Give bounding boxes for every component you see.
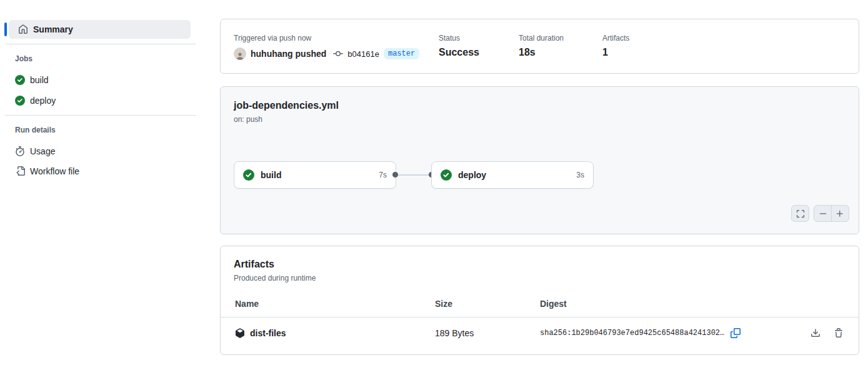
check-circle-icon <box>15 96 25 106</box>
status-value: Success <box>439 47 479 58</box>
active-indicator-bar <box>4 22 7 36</box>
node-duration: 7s <box>379 171 387 179</box>
column-header-size: Size <box>435 299 452 309</box>
workflow-trigger-subtitle: on: push <box>234 115 262 124</box>
avatar[interactable] <box>234 48 246 60</box>
zoom-in-button[interactable] <box>832 206 849 221</box>
actor-and-action[interactable]: huhuhang pushed <box>251 49 326 59</box>
column-header-digest: Digest <box>540 299 567 309</box>
code-file-icon <box>15 166 25 176</box>
branch-badge[interactable]: master <box>384 48 419 59</box>
workflow-graph-card: job-dependencies.yml on: push build 7s d… <box>220 86 859 234</box>
digest-value: sha256:1b29b046793e7ed9425c65488a4241302… <box>540 329 724 338</box>
sidebar-item-usage[interactable]: Usage <box>15 142 55 161</box>
artifacts-count: 1 <box>602 47 608 58</box>
home-icon <box>18 24 28 34</box>
download-icon <box>811 328 821 338</box>
artifacts-label: Artifacts <box>602 34 629 42</box>
zoom-out-icon <box>819 209 827 218</box>
artifacts-title: Artifacts <box>234 259 274 270</box>
artifact-row: dist-files 189 Bytes sha256:1b29b046793e… <box>221 318 859 352</box>
sidebar-item-workflow-file[interactable]: Workflow file <box>15 162 79 181</box>
download-artifact-button[interactable] <box>811 328 821 338</box>
sidebar-divider <box>5 115 196 116</box>
dependency-edge <box>396 174 432 176</box>
artifact-size-cell: 189 Bytes <box>435 328 474 338</box>
commit-sha-link[interactable]: b04161e <box>347 49 379 59</box>
check-circle-icon <box>15 75 25 85</box>
copy-icon <box>731 328 741 338</box>
zoom-out-button[interactable] <box>814 206 831 221</box>
sidebar-summary-label: Summary <box>33 24 73 34</box>
delete-artifact-button[interactable] <box>834 328 844 338</box>
artifacts-card: Artifacts Produced during runtime Name S… <box>220 246 859 355</box>
column-header-name: Name <box>235 299 259 309</box>
copy-digest-button[interactable] <box>731 328 741 338</box>
zoom-controls <box>814 205 849 222</box>
sidebar-item-job-build[interactable]: build <box>15 71 49 89</box>
git-commit-icon <box>333 49 343 59</box>
node-name: deploy <box>458 170 570 180</box>
sidebar-item-job-deploy[interactable]: deploy <box>15 91 56 110</box>
duration-label: Total duration <box>519 34 564 42</box>
artifacts-subtitle: Produced during runtime <box>234 274 316 282</box>
trigger-line: huhuhang pushed b04161e master <box>234 48 419 60</box>
artifact-name-cell: dist-files <box>235 328 286 338</box>
job-label: build <box>30 75 49 85</box>
graph-node-build[interactable]: build 7s <box>234 161 396 189</box>
edge-dot <box>392 172 398 178</box>
graph-node-deploy[interactable]: deploy 3s <box>431 161 594 189</box>
node-duration: 3s <box>576 171 584 179</box>
stopwatch-icon <box>15 146 25 156</box>
workflow-file-title: job-dependencies.yml <box>234 100 339 111</box>
status-label: Status <box>439 34 460 42</box>
node-name: build <box>261 170 372 180</box>
check-circle-icon <box>243 169 254 181</box>
fit-view-icon <box>796 209 805 218</box>
trash-icon <box>834 328 844 338</box>
package-icon <box>235 328 245 338</box>
duration-value: 18s <box>519 47 536 58</box>
zoom-in-icon <box>836 209 844 218</box>
run-detail-label: Usage <box>30 146 55 156</box>
fit-view-button[interactable] <box>791 205 809 222</box>
triggered-label: Triggered via push now <box>234 34 311 42</box>
run-summary-card: Triggered via push now Status Total dura… <box>220 19 859 74</box>
job-label: deploy <box>30 96 56 106</box>
artifact-name-link[interactable]: dist-files <box>250 328 286 338</box>
run-details-section-header: Run details <box>15 126 56 134</box>
sidebar-divider <box>5 44 196 44</box>
actor-name[interactable]: huhuhang <box>251 49 293 59</box>
sidebar: Summary Jobs build deploy Run details Us… <box>0 0 206 365</box>
jobs-section-header: Jobs <box>15 54 32 63</box>
artifact-digest-cell: sha256:1b29b046793e7ed9425c65488a4241302… <box>540 328 741 338</box>
check-circle-icon <box>441 169 452 181</box>
action-verb: pushed <box>296 49 327 59</box>
run-detail-label: Workflow file <box>30 166 79 176</box>
artifacts-table-header: Name Size Digest <box>221 291 859 318</box>
sidebar-item-summary[interactable]: Summary <box>18 20 73 39</box>
